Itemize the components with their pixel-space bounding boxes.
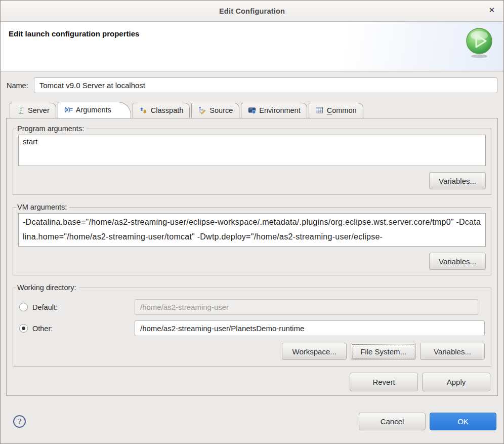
dialog-body: Name: Server (x)= Arguments Classpath bbox=[1, 71, 503, 443]
revert-button[interactable]: Revert bbox=[350, 373, 418, 391]
run-play-icon bbox=[464, 26, 495, 60]
tab-source[interactable]: Source bbox=[191, 103, 239, 118]
default-directory-row: Default: bbox=[19, 299, 485, 315]
program-arguments-input[interactable]: start bbox=[18, 135, 486, 166]
classpath-icon bbox=[139, 106, 148, 114]
program-arguments-label: Program arguments: bbox=[16, 125, 87, 133]
vm-arguments-label: VM arguments: bbox=[16, 203, 69, 211]
tab-environment[interactable]: Environment bbox=[241, 103, 307, 118]
close-icon[interactable]: ✕ bbox=[488, 6, 495, 14]
other-radio[interactable]: Other: bbox=[19, 324, 135, 333]
working-directory-label: Working directory: bbox=[16, 284, 79, 292]
other-directory-input[interactable] bbox=[135, 320, 485, 336]
apply-row: Revert Apply bbox=[13, 373, 491, 399]
name-input[interactable] bbox=[34, 77, 497, 93]
vm-arguments-variables-button[interactable]: Variables... bbox=[429, 253, 486, 270]
other-directory-row: Other: bbox=[19, 320, 485, 336]
apply-button[interactable]: Apply bbox=[422, 373, 490, 391]
name-label: Name: bbox=[7, 82, 28, 90]
environment-icon bbox=[247, 106, 256, 114]
vm-arguments-input[interactable]: -Dcatalina.base="/home/as2-streaming-use… bbox=[18, 213, 486, 247]
default-radio[interactable]: Default: bbox=[19, 303, 135, 311]
name-row: Name: bbox=[7, 77, 497, 93]
workspace-button[interactable]: Workspace... bbox=[282, 343, 347, 360]
titlebar[interactable]: Edit Configuration ✕ bbox=[1, 1, 503, 22]
arguments-tab-panel: Program arguments: start Variables... VM… bbox=[6, 118, 498, 396]
banner-title: Edit launch configuration properties bbox=[9, 29, 495, 38]
tab-label: Source bbox=[209, 106, 233, 114]
window-title: Edit Configuration bbox=[219, 7, 285, 15]
other-radio-circle[interactable] bbox=[19, 324, 28, 333]
tab-label: Common bbox=[327, 106, 357, 114]
edit-configuration-dialog: Edit Configuration ✕ Edit launch configu… bbox=[0, 0, 504, 444]
server-icon bbox=[16, 106, 25, 114]
tab-classpath[interactable]: Classpath bbox=[133, 103, 190, 118]
tab-server[interactable]: Server bbox=[10, 103, 56, 118]
tab-bar: Server (x)= Arguments Classpath Source bbox=[6, 102, 498, 118]
tab-common[interactable]: Common bbox=[309, 103, 363, 118]
program-arguments-variables-button[interactable]: Variables... bbox=[429, 172, 486, 189]
file-system-button[interactable]: File System... bbox=[351, 343, 416, 360]
tab-label: Arguments bbox=[76, 106, 111, 114]
tab-label: Classpath bbox=[151, 106, 183, 114]
default-radio-circle[interactable] bbox=[19, 303, 28, 311]
arguments-icon: (x)= bbox=[64, 106, 73, 114]
common-icon bbox=[315, 106, 324, 114]
working-directory-variables-button[interactable]: Variables... bbox=[420, 343, 485, 360]
working-directory-group: Working directory: Default: Other: bbox=[13, 284, 491, 367]
dialog-footer: ? Cancel OK bbox=[6, 413, 498, 430]
default-radio-label: Default: bbox=[32, 303, 58, 311]
other-radio-label: Other: bbox=[32, 325, 53, 333]
default-directory-input bbox=[135, 299, 478, 315]
vm-arguments-group: VM arguments: -Dcatalina.base="/home/as2… bbox=[13, 203, 491, 275]
tab-label: Server bbox=[28, 106, 50, 114]
ok-button[interactable]: OK bbox=[430, 413, 496, 430]
tab-label: Environment bbox=[259, 106, 300, 114]
help-glyph: ? bbox=[17, 417, 21, 426]
banner: Edit launch configuration properties bbox=[1, 22, 503, 71]
program-arguments-group: Program arguments: start Variables... bbox=[13, 125, 491, 195]
source-icon bbox=[198, 106, 206, 114]
help-icon[interactable]: ? bbox=[13, 415, 26, 428]
tab-arguments[interactable]: (x)= Arguments bbox=[58, 102, 131, 118]
cancel-button[interactable]: Cancel bbox=[359, 413, 426, 430]
